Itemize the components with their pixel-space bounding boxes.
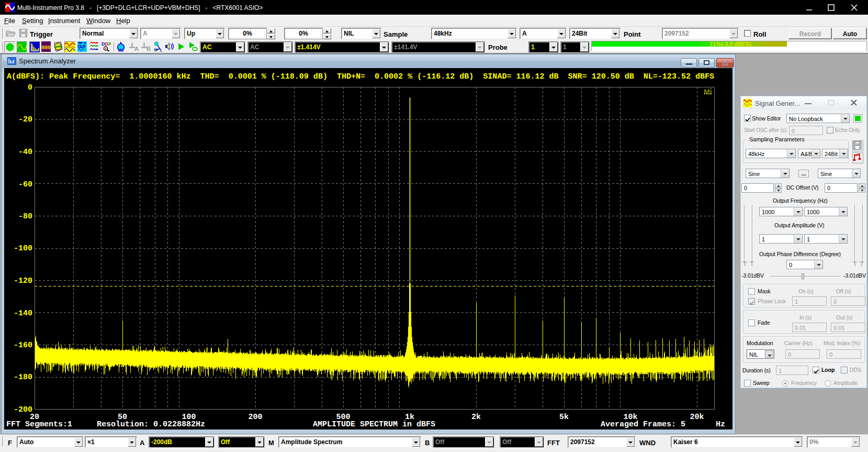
svg-text:888: 888 <box>41 45 51 51</box>
svg-text:A(dBFS): Peak Frequency= 1.00: A(dBFS): Peak Frequency= 1.0000160 kHz T… <box>7 72 714 81</box>
svg-text:20k: 20k <box>690 413 704 422</box>
svg-text:-20: -20 <box>18 115 32 124</box>
svg-text:-120: -120 <box>14 277 32 285</box>
svg-text:AMPLITUDE SPECTRUM in dBFS: AMPLITUDE SPECTRUM in dBFS <box>313 420 435 429</box>
svg-text:-80: -80 <box>18 212 32 221</box>
svg-text:-180: -180 <box>14 373 32 382</box>
svg-text:DDP: DDP <box>102 41 111 47</box>
svg-text:Mi: Mi <box>704 87 712 96</box>
svg-text:Hz: Hz <box>716 420 725 429</box>
svg-text:B: B <box>146 46 151 52</box>
svg-text:-160: -160 <box>14 341 32 350</box>
svg-text:FFT Segments:1: FFT Segments:1 <box>6 420 72 429</box>
svg-text:-40: -40 <box>18 148 32 157</box>
svg-text:Resolution: 0.0228882Hz: Resolution: 0.0228882Hz <box>97 420 205 429</box>
svg-text:2k: 2k <box>471 413 481 422</box>
svg-text:-100: -100 <box>14 244 32 253</box>
svg-text:-60: -60 <box>18 180 32 189</box>
svg-text:A: A <box>134 46 139 52</box>
svg-text:200: 200 <box>248 413 262 422</box>
svg-text:5k: 5k <box>559 413 569 422</box>
svg-text:0: 0 <box>28 83 32 92</box>
svg-text:Averaged Frames: 5: Averaged Frames: 5 <box>601 420 685 429</box>
svg-text:DUT: DUT <box>78 44 86 49</box>
svg-text:-140: -140 <box>14 309 32 318</box>
